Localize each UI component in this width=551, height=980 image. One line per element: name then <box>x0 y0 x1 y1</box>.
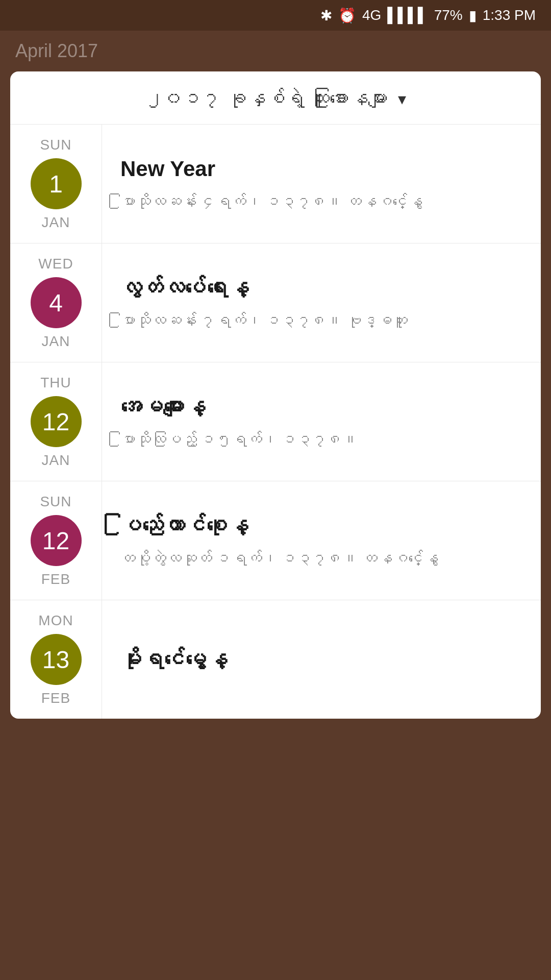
date-circle: 12 <box>31 515 82 566</box>
alarm-icon: ⏰ <box>338 7 356 24</box>
date-column: SUN 1 JAN <box>10 125 102 243</box>
date-column: MON 13 FEB <box>10 600 102 719</box>
bluetooth-icon: ✱ <box>320 7 332 24</box>
background-title-text: April 2017 <box>15 40 98 62</box>
month-name: FEB <box>41 571 70 587</box>
date-column: SUN 12 FEB <box>10 481 102 600</box>
month-name: JAN <box>42 333 70 350</box>
holiday-title: လွတ်လပ်ရေးနေ့ <box>120 274 522 302</box>
date-circle: 4 <box>31 277 82 328</box>
background-title-area: April 2017 <box>0 31 551 71</box>
month-name: FEB <box>41 690 70 706</box>
holiday-desc: ပြာသိုလဆန်း ၇ရက်၊ ၁၃၇၈။ ဗုဒ္ဓဟူး <box>120 310 522 331</box>
month-name: JAN <box>42 452 70 469</box>
content-column: ပြည်ထောင်စုနေ့ တပို့တွဲလဆုတ် ၁ရက်၊ ၁၃၇၈။… <box>102 481 541 600</box>
content-column: မိုးရင်မွေ့နေ့ <box>102 600 541 719</box>
header-title: ၂၀၁၇ ခုနှစ်ရဲ့ ထူးခြားနေများ <box>145 88 387 110</box>
holiday-title: New Year <box>120 155 522 183</box>
battery-level: 77% <box>434 7 463 23</box>
date-column: THU 12 JAN <box>10 362 102 481</box>
holiday-title: မိုးရင်မွေ့နေ့ <box>120 646 522 674</box>
list-item[interactable]: THU 12 JAN အမေများနေ့ ပြာသိုလပြည့် ၁၅ရက်… <box>10 362 541 481</box>
content-column: လွတ်လပ်ရေးနေ့ ပြာသိုလဆန်း ၇ရက်၊ ၁၃၇၈။ ဗု… <box>102 243 541 362</box>
holiday-desc: ပြာသိုလပြည့် ၁၅ရက်၊ ၁၃၇၈။ <box>120 429 522 450</box>
list-item[interactable]: SUN 1 JAN New Year ပြာသိုလဆန်း ၄ရက်၊ ၁၃၇… <box>10 125 541 243</box>
holiday-desc: ပြာသိုလဆန်း ၄ရက်၊ ၁၃၇၈။ တနင်္ဂနွေ <box>120 191 522 212</box>
holiday-title: အမေများနေ့ <box>120 393 522 421</box>
day-name: SUN <box>40 137 71 153</box>
month-name: JAN <box>42 214 70 231</box>
holiday-title: ပြည်ထောင်စုနေ့ <box>120 512 522 540</box>
holiday-list: SUN 1 JAN New Year ပြာသိုလဆန်း ၄ရက်၊ ၁၃၇… <box>10 125 541 719</box>
clock: 1:33 PM <box>483 7 536 23</box>
day-name: SUN <box>40 494 71 510</box>
day-name: WED <box>38 256 73 272</box>
date-circle: 12 <box>31 396 82 447</box>
holiday-desc: တပို့တွဲလဆုတ် ၁ရက်၊ ၁၃၇၈။ တနင်္ဂနွေ <box>120 548 522 569</box>
date-circle: 1 <box>31 158 82 209</box>
list-item[interactable]: WED 4 JAN လွတ်လပ်ရေးနေ့ ပြာသိုလဆန်း ၇ရက်… <box>10 243 541 362</box>
network-indicator: 4G <box>362 7 381 23</box>
battery-icon: ▮ <box>469 7 477 24</box>
header[interactable]: ၂၀၁၇ ခုနှစ်ရဲ့ ထူးခြားနေများ ▾ <box>10 71 541 125</box>
status-bar: ✱ ⏰ 4G ▌▌▌▌ 77% ▮ 1:33 PM <box>0 0 551 31</box>
day-name: THU <box>40 375 71 391</box>
list-item[interactable]: SUN 12 FEB ပြည်ထောင်စုနေ့ တပို့တွဲလဆုတ် … <box>10 481 541 600</box>
chevron-down-icon[interactable]: ▾ <box>398 89 406 109</box>
content-column: အမေများနေ့ ပြာသိုလပြည့် ၁၅ရက်၊ ၁၃၇၈။ <box>102 362 541 481</box>
date-circle: 13 <box>31 634 82 685</box>
signal-icon: ▌▌▌▌ <box>387 7 428 23</box>
content-column: New Year ပြာသိုလဆန်း ၄ရက်၊ ၁၃၇၈။ တနင်္ဂန… <box>102 125 541 243</box>
main-card: ၂၀၁၇ ခုနှစ်ရဲ့ ထူးခြားနေများ ▾ SUN 1 JAN… <box>10 71 541 719</box>
list-item[interactable]: MON 13 FEB မိုးရင်မွေ့နေ့ <box>10 600 541 719</box>
day-name: MON <box>38 612 73 629</box>
date-column: WED 4 JAN <box>10 243 102 362</box>
